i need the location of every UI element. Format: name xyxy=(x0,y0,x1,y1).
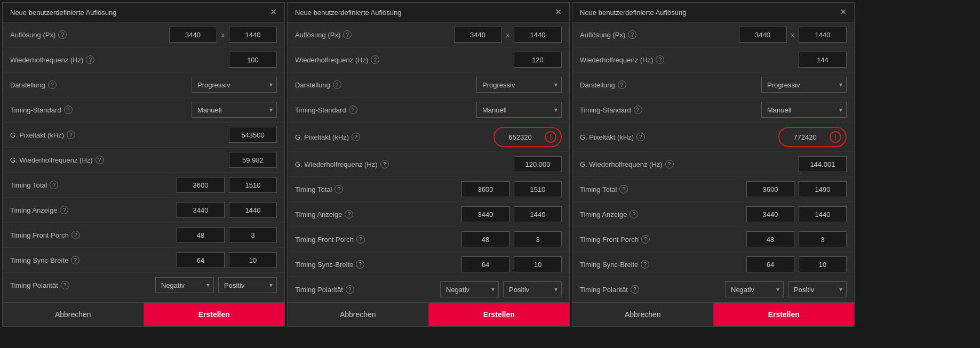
timing-sync-help-icon[interactable]: ? xyxy=(71,256,79,264)
g-wiederholfreq-help-icon[interactable]: ? xyxy=(95,156,104,164)
resolution-controls: x xyxy=(407,27,562,43)
g-wiederholfreq-input[interactable] xyxy=(799,156,847,172)
pixeltakt-help-icon[interactable]: ? xyxy=(67,131,75,139)
cancel-button[interactable]: Abbrechen xyxy=(3,303,144,326)
timing-fp-help-icon[interactable]: ? xyxy=(356,235,365,244)
timing-sync-x-input[interactable] xyxy=(177,252,225,268)
timing-anzeige-x-input[interactable] xyxy=(746,206,794,222)
g-wiederholfreq-input[interactable] xyxy=(514,156,562,172)
timing-total-help-icon[interactable]: ? xyxy=(619,185,628,193)
freq-help-icon[interactable]: ? xyxy=(656,55,664,64)
freq-help-icon[interactable]: ? xyxy=(371,55,379,64)
timing-total-help-icon[interactable]: ? xyxy=(50,181,58,189)
resolution-x-input[interactable] xyxy=(454,27,502,43)
timing-sync-x-input[interactable] xyxy=(746,256,794,272)
timing-anzeige-y-input[interactable] xyxy=(799,206,847,222)
cancel-button[interactable]: Abbrechen xyxy=(288,303,429,326)
timing-polar-help-icon[interactable]: ? xyxy=(61,281,69,289)
timing-polar-help-icon[interactable]: ? xyxy=(631,285,639,294)
timing-total-help-icon[interactable]: ? xyxy=(334,185,343,193)
timing-std-help-icon[interactable]: ? xyxy=(349,106,357,114)
close-button[interactable]: ✕ xyxy=(555,8,562,17)
resolution-help-icon[interactable]: ? xyxy=(343,30,352,39)
timing-fp-help-icon[interactable]: ? xyxy=(71,231,80,239)
timing-anzeige-y-input[interactable] xyxy=(514,206,562,222)
polar-right-dropdown[interactable]: Positiv xyxy=(218,277,277,293)
timing-sync-y-input[interactable] xyxy=(799,256,847,272)
timing-total-x-input[interactable] xyxy=(461,181,509,197)
freq-help-icon[interactable]: ? xyxy=(86,55,94,64)
darstellung-dropdown[interactable]: Progressiv xyxy=(761,77,847,93)
g-wiederholfreq-help-icon[interactable]: ? xyxy=(665,160,674,168)
timing-std-help-icon[interactable]: ? xyxy=(634,106,642,114)
timing-sync-x-input[interactable] xyxy=(461,256,509,272)
polar-left-dropdown[interactable]: Negativ xyxy=(155,277,214,293)
create-button[interactable]: Erstellen xyxy=(714,303,855,326)
pixeltakt-error-wrap: ! xyxy=(778,127,847,147)
timing-fp-x-input[interactable] xyxy=(746,231,794,247)
timing-fp-y-input[interactable] xyxy=(229,227,277,243)
pixeltakt-input[interactable] xyxy=(784,129,826,145)
timing-sync-help-icon[interactable]: ? xyxy=(356,260,364,269)
timing-anzeige-x-input[interactable] xyxy=(461,206,509,222)
darstellung-help-icon[interactable]: ? xyxy=(333,80,341,89)
timing-polar-help-icon[interactable]: ? xyxy=(346,285,354,294)
timing-total-y-input[interactable] xyxy=(229,177,277,193)
timing-std-help-icon[interactable]: ? xyxy=(64,106,73,114)
resolution-y-input[interactable] xyxy=(229,27,277,43)
resolution-help-icon[interactable]: ? xyxy=(58,30,67,39)
freq-input[interactable] xyxy=(514,52,562,68)
timing-fp-y-input[interactable] xyxy=(514,231,562,247)
timing-std-row: Timing-Standard ? Manuell xyxy=(288,98,569,123)
timing-anzeige-help-icon[interactable]: ? xyxy=(60,206,68,214)
darstellung-help-icon[interactable]: ? xyxy=(618,80,626,89)
freq-input[interactable] xyxy=(229,52,277,68)
timing-std-dropdown[interactable]: Manuell xyxy=(192,102,277,118)
timing-anzeige-help-icon[interactable]: ? xyxy=(345,210,353,218)
timing-sync-y-input[interactable] xyxy=(229,252,277,268)
g-wiederholfreq-help-icon[interactable]: ? xyxy=(380,160,389,168)
dialog-body: Auflösung (Px) ? x Wiederholfrequenz (Hz… xyxy=(288,22,569,302)
pixeltakt-input[interactable] xyxy=(499,129,541,145)
freq-input[interactable] xyxy=(799,52,847,68)
timing-sync-label: Timing Sync-Breite ? xyxy=(10,256,122,264)
create-button[interactable]: Erstellen xyxy=(144,303,285,326)
timing-sync-help-icon[interactable]: ? xyxy=(641,260,649,269)
resolution-y-input[interactable] xyxy=(799,27,847,43)
timing-fp-x-input[interactable] xyxy=(461,231,509,247)
pixeltakt-help-icon[interactable]: ? xyxy=(636,133,645,141)
timing-fp-x-input[interactable] xyxy=(177,227,225,243)
pixeltakt-input[interactable] xyxy=(229,127,277,143)
timing-anzeige-y-input[interactable] xyxy=(229,202,277,218)
timing-anzeige-help-icon[interactable]: ? xyxy=(630,210,638,218)
polar-left-dropdown[interactable]: Negativ xyxy=(440,281,499,297)
timing-total-x-input[interactable] xyxy=(177,177,225,193)
timing-std-dropdown[interactable]: Manuell xyxy=(476,102,562,118)
pixeltakt-help-icon[interactable]: ? xyxy=(352,133,360,141)
cancel-button[interactable]: Abbrechen xyxy=(572,303,714,326)
timing-total-y-input[interactable] xyxy=(799,181,847,197)
timing-fp-y-input[interactable] xyxy=(799,231,847,247)
polar-left-dropdown[interactable]: Negativ xyxy=(725,281,784,297)
timing-std-dropdown[interactable]: Manuell xyxy=(761,102,847,118)
timing-std-label: Timing-Standard ? xyxy=(295,106,407,114)
g-wiederholfreq-input[interactable] xyxy=(229,152,277,168)
darstellung-help-icon[interactable]: ? xyxy=(48,80,57,89)
close-button[interactable]: ✕ xyxy=(270,8,277,17)
create-button[interactable]: Erstellen xyxy=(429,303,570,326)
polar-right-dropdown[interactable]: Positiv xyxy=(503,281,562,297)
timing-anzeige-x-input[interactable] xyxy=(177,202,225,218)
darstellung-dropdown[interactable]: Progressiv xyxy=(192,77,277,93)
timing-fp-help-icon[interactable]: ? xyxy=(641,235,650,244)
resolution-help-icon[interactable]: ? xyxy=(628,30,636,39)
resolution-y-input[interactable] xyxy=(514,27,562,43)
resolution-x-input[interactable] xyxy=(739,27,787,43)
close-button[interactable]: ✕ xyxy=(840,8,847,17)
darstellung-controls: Progressiv xyxy=(122,77,277,93)
timing-total-y-input[interactable] xyxy=(514,181,562,197)
darstellung-dropdown[interactable]: Progressiv xyxy=(476,77,562,93)
resolution-x-input[interactable] xyxy=(169,27,217,43)
polar-right-dropdown[interactable]: Positiv xyxy=(788,281,847,297)
timing-total-x-input[interactable] xyxy=(746,181,794,197)
timing-sync-y-input[interactable] xyxy=(514,256,562,272)
